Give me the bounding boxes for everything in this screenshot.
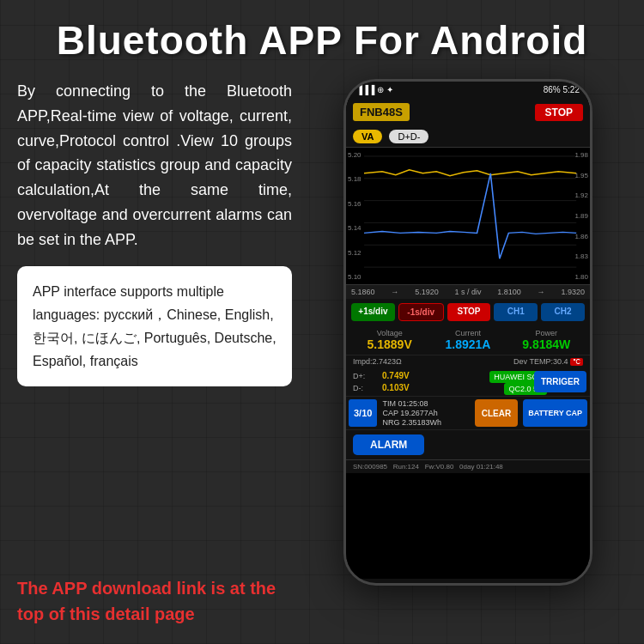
page-container: Bluetooth APP For Android By connecting … xyxy=(0,0,644,644)
current-item: Current 1.8921A xyxy=(429,329,506,351)
chart-rlabel-7: 1.80 xyxy=(574,273,588,281)
current-label: Current xyxy=(429,329,506,337)
stop-button[interactable]: STOP xyxy=(535,104,583,121)
dm-label: D-: xyxy=(353,384,377,392)
chart-labels-left: 5.20 5.18 5.16 5.14 5.12 5.10 xyxy=(348,148,361,284)
vcp-row: Voltage 5.1889V Current 1.8921A Power 9.… xyxy=(346,325,590,355)
chart-label-1: 5.20 xyxy=(348,151,361,159)
alarm-row: ALARM xyxy=(346,429,590,459)
alarm-button[interactable]: ALARM xyxy=(353,434,424,455)
ctrl-stop-button[interactable]: STOP xyxy=(447,303,491,321)
chart-rlabel-5: 1.86 xyxy=(574,233,588,240)
description-text: By connecting to the Bluetooth APP,Real-… xyxy=(17,79,292,252)
cap-line: CAP 19.2677Ah xyxy=(382,409,471,417)
chart-rlabel-3: 1.92 xyxy=(574,191,588,199)
voltage-label: Voltage xyxy=(351,329,428,337)
chart-rlabel-1: 1.98 xyxy=(574,151,588,159)
chart-label-4: 5.14 xyxy=(348,224,361,232)
range-v-start: 5.1860 xyxy=(351,288,375,296)
app-content: FNB48S STOP VA D+D- 5.20 5.18 5.16 xyxy=(346,98,590,579)
sn-text: SN:000985 xyxy=(353,463,387,471)
left-bottom: The APP download link is at the top of t… xyxy=(17,567,292,627)
clear-button[interactable]: CLEAR xyxy=(475,399,518,427)
signal-icon: ▐▐▐ xyxy=(356,85,374,94)
dm-value: 0.103V xyxy=(382,383,410,392)
page-title: Bluetooth APP For Android xyxy=(17,17,627,64)
range-divider: 1 s / div xyxy=(454,288,481,296)
control-row: +1s/div -1s/div STOP CH1 CH2 xyxy=(346,299,590,325)
dp-value: 0.749V xyxy=(382,371,410,380)
temp-value: Dev TEMP:30.4 xyxy=(513,357,568,366)
language-box: APP interface supports multiple language… xyxy=(17,266,292,387)
status-bar: ▐▐▐ ⊕ ✦ 86% 5:22 xyxy=(346,82,590,98)
run-text: Run:124 xyxy=(393,463,419,471)
tab-va[interactable]: VA xyxy=(353,130,382,143)
chart-svg xyxy=(346,148,590,284)
range-a-start: 1.8100 xyxy=(497,288,521,296)
chart-rlabel-6: 1.83 xyxy=(574,252,588,260)
chart-label-3: 5.16 xyxy=(348,200,361,208)
range-v-end: 5.1920 xyxy=(415,288,439,296)
chart-area: 5.20 5.18 5.16 5.14 5.12 5.10 xyxy=(346,147,590,284)
bluetooth-icon: ✦ xyxy=(386,85,393,94)
impedance-row: Impd:2.7423Ω Dev TEMP:30.4 ℃ xyxy=(346,355,590,368)
power-label: Power xyxy=(508,329,585,337)
dp-dm-row: D+: 0.749V D-: 0.103V HUAWEI SCP QC2.0 5… xyxy=(346,368,590,396)
bottom-info: SN:000985 Run:124 Fw:V0.80 0day 01:21:48 xyxy=(346,459,590,473)
range-bar: 5.1860 → 5.1920 1 s / div 1.8100 → 1.932… xyxy=(346,284,590,299)
chart-rlabel-2: 1.95 xyxy=(574,172,588,179)
chart-label-2: 5.18 xyxy=(348,175,361,183)
day-text: 0day 01:21:48 xyxy=(459,463,503,471)
fw-text: Fw:V0.80 xyxy=(425,463,454,471)
dp-label: D+: xyxy=(353,372,377,380)
phone-mockup: ▐▐▐ ⊕ ✦ 86% 5:22 FNB48S STOP xyxy=(343,79,592,586)
download-text: The APP download link is at the top of t… xyxy=(17,575,292,627)
ch2-button[interactable]: CH2 xyxy=(541,303,585,321)
language-text: APP interface supports multiple language… xyxy=(33,284,276,369)
tim-info: TIM 01:25:08 CAP 19.2677Ah NRG 2.35183Wh xyxy=(382,397,471,429)
right-panel: ▐▐▐ ⊕ ✦ 86% 5:22 FNB48S STOP xyxy=(309,79,627,627)
chart-label-5: 5.12 xyxy=(348,249,361,257)
range-arrow2: → xyxy=(538,288,545,296)
chart-labels-right: 1.98 1.95 1.92 1.89 1.86 1.83 1.80 xyxy=(574,148,588,284)
battery-status: 86% 5:22 xyxy=(544,85,580,94)
plus-div-button[interactable]: +1s/div xyxy=(351,303,395,321)
tim-row: 3/10 TIM 01:25:08 CAP 19.2677Ah NRG 2.35… xyxy=(346,396,590,429)
power-value: 9.8184W xyxy=(508,337,585,351)
voltage-value: 5.1889V xyxy=(351,337,428,351)
tim-line: TIM 01:25:08 xyxy=(382,399,471,408)
current-value: 1.8921A xyxy=(429,337,506,351)
temp-badge: ℃ xyxy=(570,358,583,366)
range-a-end: 1.9320 xyxy=(561,288,585,296)
tab-row: VA D+D- xyxy=(346,126,590,147)
status-icons-left: ▐▐▐ ⊕ ✦ xyxy=(356,85,393,94)
wifi-icon: ⊕ xyxy=(377,85,384,94)
tab-ddm[interactable]: D+D- xyxy=(389,130,428,143)
ch1-button[interactable]: CH1 xyxy=(494,303,538,321)
dev-temp-text: Dev TEMP:30.4 ℃ xyxy=(513,357,583,366)
nrg-line: NRG 2.35183Wh xyxy=(382,418,471,427)
range-arrow1: → xyxy=(391,288,398,296)
app-header: FNB48S STOP xyxy=(346,98,590,126)
chart-rlabel-4: 1.89 xyxy=(574,212,588,220)
device-label: FNB48S xyxy=(353,103,410,121)
minus-div-button[interactable]: -1s/div xyxy=(398,303,444,321)
status-right: 86% 5:22 xyxy=(544,85,580,94)
impedance-text: Impd:2.7423Ω xyxy=(353,357,402,366)
power-item: Power 9.8184W xyxy=(508,329,585,351)
voltage-item: Voltage 5.1889V xyxy=(351,329,428,351)
left-panel: By connecting to the Bluetooth APP,Real-… xyxy=(17,79,292,627)
counter-badge: 3/10 xyxy=(349,399,377,427)
trigger-button[interactable]: TRRIGER xyxy=(534,371,586,392)
main-content: By connecting to the Bluetooth APP,Real-… xyxy=(17,79,627,627)
battery-cap-button[interactable]: BATTERY CAP xyxy=(523,399,587,427)
chart-label-6: 5.10 xyxy=(348,273,361,281)
